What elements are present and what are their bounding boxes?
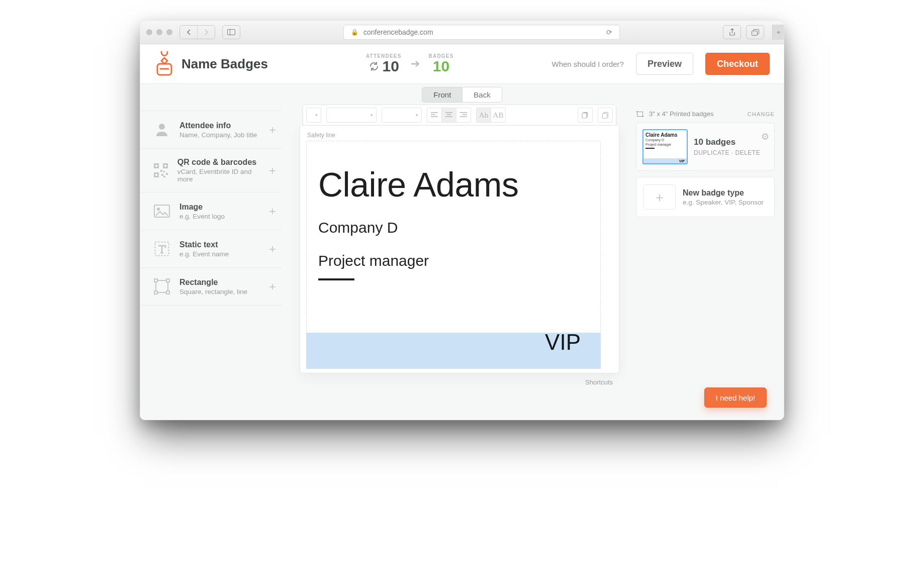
tool-static-text[interactable]: Static text e.g. Event name ＋ <box>140 230 282 268</box>
thumb-name: Claire Adams <box>645 132 685 138</box>
tabs-button[interactable] <box>746 25 764 39</box>
browser-right-controls: ＋ <box>723 25 778 39</box>
share-icon <box>729 28 735 36</box>
forward-button[interactable] <box>197 26 215 39</box>
new-badge-type-card[interactable]: ＋ New badge type e.g. Speaker, VIP, Spon… <box>636 177 775 217</box>
plus-icon: ＋ <box>267 163 278 178</box>
attendees-count: ATTENDEES 10 <box>366 54 402 74</box>
badge-field-name[interactable]: Claire Adams <box>318 165 518 204</box>
badge-footer-text[interactable]: VIP <box>545 330 581 355</box>
delete-badge-link[interactable]: DELETE <box>735 149 760 156</box>
shortcuts-link[interactable]: Shortcuts <box>585 378 613 386</box>
nav-back-forward <box>179 25 215 39</box>
preview-button[interactable]: Preview <box>636 53 693 75</box>
duplicate-button[interactable] <box>598 108 613 123</box>
svg-rect-0 <box>228 30 235 35</box>
tool-image[interactable]: Image e.g. Event logo ＋ <box>140 192 282 230</box>
plus-icon: ＋ <box>267 122 278 137</box>
zoom-window-dot[interactable] <box>166 29 172 35</box>
svg-rect-13 <box>163 171 165 172</box>
qr-icon <box>152 161 169 180</box>
browser-chrome: 🔒 conferencebadge.com ⟳ ＋ <box>140 21 784 44</box>
order-help-link[interactable]: When should I order? <box>552 60 624 68</box>
change-size-link[interactable]: CHANGE <box>748 111 775 117</box>
tab-back[interactable]: Back <box>462 87 501 102</box>
align-right-icon <box>460 112 467 118</box>
traffic-lights <box>146 29 172 35</box>
align-left-icon <box>431 112 438 118</box>
editor-toolbar: ▾ ▾ ▾ Ab AB <box>303 105 616 126</box>
image-icon <box>152 202 171 221</box>
tool-qr[interactable]: QR code & barcodes vCard, Eventbrite ID … <box>140 148 282 192</box>
case-group: Ab AB <box>476 108 506 123</box>
thumb-vip: VIP <box>679 159 685 163</box>
new-tab-button[interactable]: ＋ <box>772 25 784 40</box>
badges-value: 10 <box>433 59 449 74</box>
plus-icon: ＋ <box>267 279 278 294</box>
url-text: conferencebadge.com <box>363 28 433 36</box>
uppercase-button[interactable]: AB <box>491 108 506 123</box>
thumb-company: Company D <box>645 138 685 142</box>
back-button[interactable] <box>180 26 197 39</box>
badges-count: BADGES 10 <box>429 54 454 74</box>
svg-rect-21 <box>154 279 157 282</box>
page-title: Name Badges <box>181 56 268 72</box>
badge-thumb: Claire Adams Company D Project manager V… <box>642 129 688 164</box>
checkout-button[interactable]: Checkout <box>705 53 770 75</box>
badge-logo-icon <box>154 51 174 77</box>
tab-front[interactable]: Front <box>422 87 462 102</box>
crop-icon <box>636 111 644 118</box>
badge-divider-line[interactable] <box>318 278 354 280</box>
align-center-button[interactable] <box>441 108 456 123</box>
font-family-picker[interactable]: ▾ <box>326 108 377 123</box>
tool-attendee-info[interactable]: Attendee info Name, Company, Job title ＋ <box>140 111 282 149</box>
help-button[interactable]: I need help! <box>704 387 767 408</box>
font-size-picker[interactable]: ▾ <box>382 108 422 123</box>
sidebar-toggle-button[interactable] <box>222 25 240 39</box>
svg-rect-15 <box>161 174 163 176</box>
badge-card-title: 10 badges <box>694 137 760 147</box>
tool-sub: e.g. Event name <box>179 250 229 258</box>
svg-rect-14 <box>166 173 168 175</box>
tool-rectangle[interactable]: Rectangle Square, rectangle, line ＋ <box>140 267 282 306</box>
minimize-window-dot[interactable] <box>156 29 162 35</box>
badge-type-card[interactable]: Claire Adams Company D Project manager V… <box>636 123 775 171</box>
reload-icon[interactable]: ⟳ <box>606 28 612 36</box>
text-icon <box>152 239 171 258</box>
canvas-stage: Safety line Claire Adams Company D Proje… <box>300 126 619 373</box>
badge-types-panel: 3″ x 4″ Printed badges CHANGE Claire Ada… <box>628 105 784 420</box>
color-picker[interactable]: ▾ <box>306 108 321 123</box>
align-group <box>427 108 471 123</box>
svg-rect-12 <box>160 170 162 172</box>
badge-card-actions: DUPLICATE · DELETE <box>694 149 760 156</box>
rect-icon <box>152 277 171 296</box>
badge-canvas[interactable]: Claire Adams Company D Project manager V… <box>306 141 601 369</box>
close-window-dot[interactable] <box>146 29 152 35</box>
address-bar[interactable]: 🔒 conferencebadge.com ⟳ <box>343 25 620 40</box>
editor-area: ▾ ▾ ▾ Ab AB <box>291 105 628 420</box>
copy-outline-icon <box>602 112 609 119</box>
duplicate-badge-link[interactable]: DUPLICATE <box>694 149 729 156</box>
badge-field-company[interactable]: Company D <box>318 219 398 236</box>
badge-field-title[interactable]: Project manager <box>318 252 429 269</box>
app-header: Name Badges ATTENDEES 10 ➔ BADGES 10 Whe… <box>140 44 784 84</box>
thumb-line <box>645 148 655 149</box>
app-window: 🔒 conferencebadge.com ⟳ ＋ Name Badges <box>140 20 784 420</box>
gear-icon[interactable]: ⚙ <box>761 131 769 142</box>
plus-icon: ＋ <box>643 184 676 210</box>
tool-title: Static text <box>179 240 229 249</box>
align-left-button[interactable] <box>427 108 441 123</box>
side-tab-bar: Front Back <box>140 84 784 105</box>
share-button[interactable] <box>723 25 741 39</box>
capitalize-button[interactable]: Ab <box>476 108 491 123</box>
copy-button[interactable] <box>578 108 593 123</box>
three-column-layout: Attendee info Name, Company, Job title ＋… <box>140 105 784 420</box>
person-icon <box>152 120 171 139</box>
count-block: ATTENDEES 10 ➔ BADGES 10 <box>366 54 454 74</box>
align-right-button[interactable] <box>456 108 471 123</box>
safety-line-label: Safety line <box>307 132 613 139</box>
tool-sub: Name, Company, Job title <box>179 131 257 139</box>
tool-title: Attendee info <box>179 121 257 130</box>
refresh-icon[interactable] <box>368 61 380 72</box>
tool-sub: vCard, Eventbrite ID and more <box>177 168 259 183</box>
